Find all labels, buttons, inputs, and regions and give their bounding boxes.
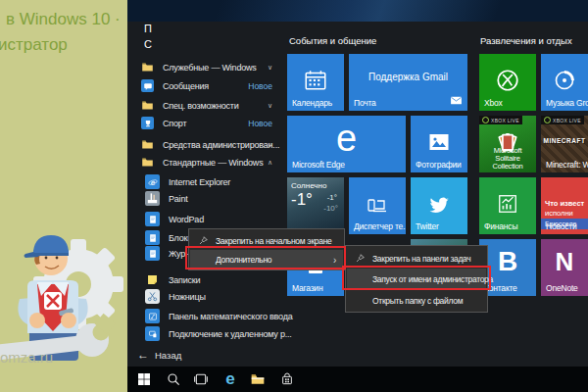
tile-onenote[interactable]: N OneNote [541, 239, 588, 296]
messaging-icon [141, 79, 154, 92]
twitter-bird-icon [426, 191, 452, 217]
remote-desktop-icon [145, 326, 160, 341]
journal-icon [145, 246, 160, 261]
xbox-icon [495, 68, 520, 93]
promo-sidebar: в Windows 10 · истратор [0, 0, 127, 392]
back-button[interactable]: ← Назад [137, 348, 181, 362]
app-row-spec-vozmozhnosti[interactable]: Спец. возможности ∨ [127, 97, 284, 114]
chevron-down-icon: ∨ [268, 102, 272, 110]
store-bag-icon [279, 371, 295, 387]
xbox-dot-icon [544, 117, 551, 123]
sticky-notes-icon [145, 272, 160, 287]
calendar-icon [303, 68, 328, 93]
math-input-icon [145, 309, 160, 323]
tile-xbox[interactable]: Xbox [479, 54, 536, 111]
taskbar: e [127, 367, 588, 392]
promo-title-line2: истратор [0, 35, 68, 55]
app-row-wordpad[interactable]: WordPad [127, 211, 284, 227]
notepad-icon [145, 230, 160, 245]
app-row-paint[interactable]: Paint [127, 190, 284, 207]
devices-icon [366, 192, 389, 216]
desktop-wallpaper [127, 0, 588, 22]
app-row-zapiski[interactable]: Записки [127, 271, 284, 288]
wordpad-icon [145, 212, 160, 226]
pin-icon [355, 253, 366, 264]
taskbar-store-button[interactable] [277, 369, 297, 389]
onenote-logo: N [541, 239, 588, 286]
new-badge: Новое [248, 81, 272, 91]
finance-chart-icon [497, 193, 518, 215]
app-row-remote-desktop[interactable]: Подключение к удаленному р... [127, 325, 284, 342]
folder-icon [141, 99, 154, 112]
chevron-down-icon: ∨ [268, 64, 272, 72]
folder-icon [141, 61, 154, 74]
xbox-dot-icon [482, 117, 489, 123]
minecraft-logo: MINECRAFT [541, 137, 588, 144]
photos-icon [427, 130, 451, 154]
file-explorer-icon [250, 371, 266, 387]
pin-icon [198, 235, 209, 246]
mail-icon [450, 94, 463, 107]
letter-header-s[interactable]: С [144, 38, 152, 50]
letter-header-p[interactable]: П [144, 23, 152, 34]
task-view-icon [193, 371, 209, 387]
chevron-up-icon: ∧ [268, 159, 272, 167]
chevron-down-icon: ∨ [268, 141, 272, 149]
start-menu: П С Служебные — Windows ∨ Сообщения Ново… [127, 22, 588, 367]
task-view-button[interactable] [191, 369, 211, 389]
xbox-live-badge: XBOX LIVE [479, 116, 522, 124]
promo-title-line1: в Windows 10 · [6, 10, 121, 29]
start-button[interactable] [134, 369, 154, 389]
submenu-item-open-file-location[interactable]: Открыть папку с файлом [347, 290, 486, 311]
tile-groove-music[interactable]: Музыка Gro [541, 54, 588, 111]
tile-weather[interactable]: Солнечно -1° -1° -10° [287, 177, 344, 234]
screenshot-root: в Windows 10 · истратор [0, 0, 588, 392]
tile-solitaire[interactable]: XBOX LIVE Microsoft Solitaire Collection [479, 116, 536, 172]
taskbar-search-button[interactable] [164, 369, 183, 389]
edge-icon: e [225, 369, 234, 389]
xbox-live-badge: XBOX LIVE [541, 116, 584, 124]
back-arrow-icon: ← [137, 348, 149, 362]
app-row-math-input-panel[interactable]: Панель математического ввода [127, 308, 284, 324]
snipping-tool-icon [145, 289, 160, 304]
tile-group-header-1[interactable]: События и общение [289, 35, 376, 46]
tile-mail[interactable]: Поддержка Gmail Почта [349, 54, 467, 111]
tile-phone-companion[interactable]: Диспетчер те... [349, 177, 406, 234]
app-row-sluzhebnye-windows[interactable]: Служебные — Windows ∨ [127, 59, 284, 75]
app-row-nozhnitsy[interactable]: Ножницы [127, 288, 284, 305]
tile-twitter[interactable]: Twitter [411, 177, 467, 234]
tile-minecraft[interactable]: XBOX LIVE MINECRAFT Minecraft: W... [541, 116, 588, 172]
edge-logo: e [287, 116, 406, 163]
tile-microsoft-edge[interactable]: e Microsoft Edge [287, 116, 406, 172]
taskbar-edge-button[interactable]: e [220, 369, 240, 389]
groove-icon [553, 69, 576, 92]
taskbar-file-explorer-button[interactable] [248, 369, 268, 389]
app-row-soobshcheniya[interactable]: Сообщения Новое [127, 77, 284, 94]
paint-icon [145, 191, 160, 206]
new-badge: Новое [248, 119, 272, 128]
tile-group-header-2[interactable]: Развлечения и отдых [480, 35, 572, 46]
watermark: omza.ru [0, 349, 53, 366]
tile-calendar[interactable]: Календарь [287, 54, 344, 111]
mail-live-text: Поддержка Gmail [349, 72, 467, 82]
tile-photos[interactable]: Фотографии [411, 116, 467, 172]
tile-finance[interactable]: Финансы [479, 177, 536, 234]
tile-news[interactable]: Что извест исполни Брюсселе Новости [541, 177, 588, 234]
windows-logo-icon [136, 371, 152, 387]
annotation-highlight-run-as-admin [342, 266, 491, 290]
annotation-highlight-more [185, 246, 346, 270]
search-icon [166, 371, 181, 387]
